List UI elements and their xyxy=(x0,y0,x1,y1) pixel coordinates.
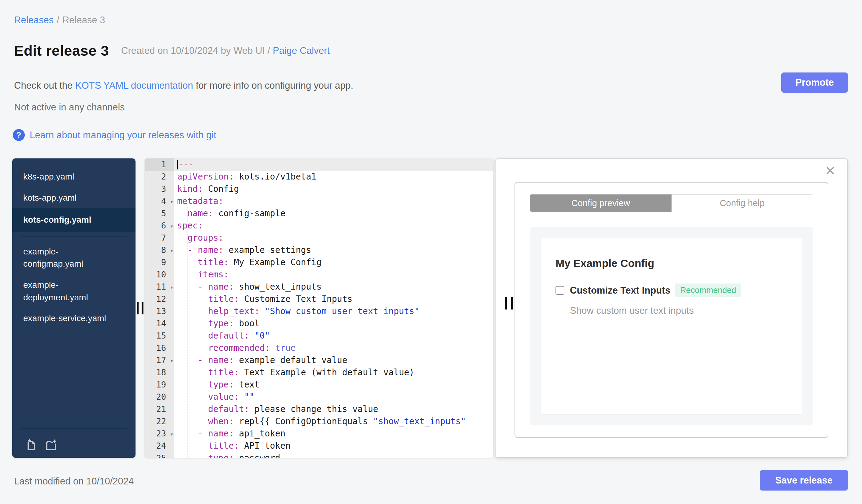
file-item[interactable]: example-service.yaml xyxy=(12,308,135,329)
code-line[interactable]: 6▾spec: xyxy=(145,220,493,232)
divider xyxy=(21,237,127,237)
code-line[interactable]: 25 type: password xyxy=(145,452,493,458)
line-number: 11▾ xyxy=(145,281,174,293)
file-item[interactable]: kots-config.yaml xyxy=(12,208,135,232)
save-release-button[interactable]: Save release xyxy=(760,470,848,491)
fold-chevron-icon[interactable]: ▾ xyxy=(170,244,173,256)
line-number: 10 xyxy=(145,268,174,281)
preview-card: Config previewConfig help My Example Con… xyxy=(514,182,828,438)
file-item[interactable]: example-deployment.yaml xyxy=(12,275,94,308)
new-folder-icon[interactable] xyxy=(45,438,57,451)
code-line[interactable]: 1--- xyxy=(145,158,493,171)
file-item[interactable]: k8s-app.yaml xyxy=(12,167,135,187)
code-text: metadata: xyxy=(174,195,493,207)
breadcrumb-releases-link[interactable]: Releases xyxy=(14,15,53,25)
code-text: --- xyxy=(174,158,493,171)
line-number: 8▾ xyxy=(145,244,174,256)
code-text: - name: api_token xyxy=(174,427,493,440)
config-item-help-text: Show custom user text inputs xyxy=(570,305,787,316)
fold-chevron-icon[interactable]: ▾ xyxy=(170,355,173,367)
code-text: items: xyxy=(174,268,493,281)
created-text: Created on 10/10/2024 by Web UI / xyxy=(121,45,270,56)
page-title: Edit release 3 xyxy=(14,42,109,59)
breadcrumb: Releases/Release 3 xyxy=(14,15,105,26)
code-line[interactable]: 13 help_text: "Show custom user text inp… xyxy=(145,305,493,317)
code-line[interactable]: 14 type: bool xyxy=(145,317,493,330)
drag-bar-icon xyxy=(505,297,507,309)
code-line[interactable]: 17▾ - name: example_default_value xyxy=(145,354,493,367)
tab-config-help[interactable]: Config help xyxy=(671,195,813,212)
code-line[interactable]: 23▾ - name: api_token xyxy=(145,427,493,440)
code-line[interactable]: 24 title: API token xyxy=(145,440,493,452)
line-number: 5 xyxy=(145,207,174,220)
doc-prefix: Check out the xyxy=(14,80,75,91)
line-number: 16 xyxy=(145,342,174,354)
drag-bar-icon xyxy=(142,302,143,314)
line-number: 25 xyxy=(145,452,174,458)
code-line[interactable]: 11▾ - name: show_text_inputs xyxy=(145,281,493,293)
kots-yaml-doc-link[interactable]: KOTS YAML documentation xyxy=(75,80,193,91)
code-text: - name: show_text_inputs xyxy=(174,281,493,293)
git-releases-link[interactable]: Learn about managing your releases with … xyxy=(30,130,216,141)
config-group-title: My Example Config xyxy=(556,257,787,269)
fold-chevron-icon[interactable]: ▾ xyxy=(170,281,173,293)
git-help-row: ? Learn about managing your releases wit… xyxy=(13,129,216,141)
fold-chevron-icon[interactable]: ▾ xyxy=(170,220,173,232)
code-line[interactable]: 22 when: repl{{ ConfigOptionEquals "show… xyxy=(145,415,493,427)
drag-bar-icon xyxy=(137,302,139,314)
config-item-row: Customize Text Inputs Recommended xyxy=(556,283,787,297)
author-link[interactable]: Paige Calvert xyxy=(273,45,330,56)
code-text: type: text xyxy=(174,379,493,391)
preview-content-area: My Example Config Customize Text Inputs … xyxy=(530,227,813,425)
config-group-card: My Example Config Customize Text Inputs … xyxy=(541,238,802,414)
code-line[interactable]: 5 name: config-sample xyxy=(145,207,493,220)
code-text: help_text: "Show custom user text inputs… xyxy=(174,305,493,317)
yaml-editor[interactable]: 1---2apiVersion: kots.io/v1beta13kind: C… xyxy=(145,158,493,458)
code-text: title: Customize Text Inputs xyxy=(174,293,493,305)
code-line[interactable]: 21 default: please change this value xyxy=(145,403,493,415)
code-line[interactable]: 8▾ - name: example_settings xyxy=(145,244,493,256)
title-row: Edit release 3 Created on 10/10/2024 by … xyxy=(14,42,330,59)
code-line[interactable]: 20 value: "" xyxy=(145,391,493,403)
code-text: apiVersion: kots.io/v1beta1 xyxy=(174,171,493,183)
code-line[interactable]: 7 groups: xyxy=(145,232,493,244)
code-text: default: "0" xyxy=(174,330,493,342)
code-text: - name: example_default_value xyxy=(174,354,493,367)
code-line[interactable]: 19 type: text xyxy=(145,379,493,391)
preview-resize-handle[interactable] xyxy=(505,297,513,309)
text-cursor xyxy=(177,160,178,170)
code-text: value: "" xyxy=(174,391,493,403)
line-number: 23▾ xyxy=(145,427,174,440)
help-icon: ? xyxy=(13,129,25,141)
tab-config-preview[interactable]: Config preview xyxy=(530,195,671,212)
line-number: 14 xyxy=(145,317,174,330)
code-line[interactable]: 18 title: Text Example (with default val… xyxy=(145,367,493,379)
customize-text-inputs-checkbox[interactable] xyxy=(556,286,564,295)
code-line[interactable]: 15 default: "0" xyxy=(145,330,493,342)
line-number: 21 xyxy=(145,403,174,415)
new-file-icon[interactable] xyxy=(25,438,37,451)
code-text: kind: Config xyxy=(174,183,493,195)
fold-chevron-icon[interactable]: ▾ xyxy=(170,428,173,440)
fold-chevron-icon[interactable]: ▾ xyxy=(170,196,173,208)
file-list: k8s-app.yamlkots-app.yamlkots-config.yam… xyxy=(12,167,135,329)
sidebar-resize-handle[interactable] xyxy=(135,158,145,458)
code-line[interactable]: 3kind: Config xyxy=(145,183,493,195)
promote-button[interactable]: Promote xyxy=(781,72,848,93)
file-item[interactable]: example-configmap.yaml xyxy=(12,241,94,275)
code-line[interactable]: 2apiVersion: kots.io/v1beta1 xyxy=(145,171,493,183)
code-text: - name: example_settings xyxy=(174,244,493,256)
code-line[interactable]: 9 title: My Example Config xyxy=(145,256,493,268)
code-rows: 1---2apiVersion: kots.io/v1beta13kind: C… xyxy=(145,158,493,458)
recommended-badge: Recommended xyxy=(675,283,741,297)
line-number: 18 xyxy=(145,367,174,379)
code-line[interactable]: 10 items: xyxy=(145,268,493,281)
code-line[interactable]: 12 title: Customize Text Inputs xyxy=(145,293,493,305)
code-line[interactable]: 4▾metadata: xyxy=(145,195,493,207)
sidebar-footer xyxy=(12,424,135,452)
line-number: 22 xyxy=(145,415,174,427)
code-line[interactable]: 16 recommended: true xyxy=(145,342,493,354)
code-text: default: please change this value xyxy=(174,403,493,415)
close-icon[interactable]: ✕ xyxy=(825,164,836,177)
file-item[interactable]: kots-app.yaml xyxy=(12,187,135,209)
